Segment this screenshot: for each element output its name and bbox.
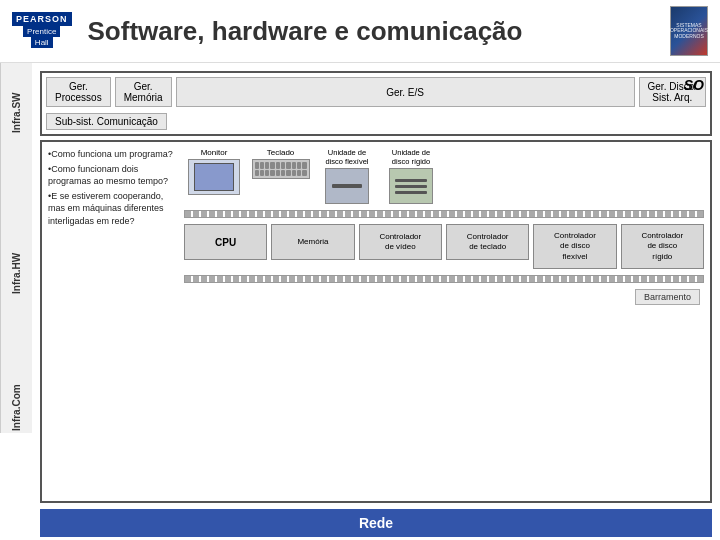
label-infrahw: Infra.HW	[0, 163, 32, 383]
ctrl-flex-component: Controladorde discoflexível	[533, 224, 616, 269]
bullet-3: •E se estiverem cooperando, mas em máqui…	[48, 190, 178, 228]
keyboard-img	[252, 159, 310, 179]
logo-prentice: Prentice	[23, 26, 60, 37]
label-infrasw: Infra.SW	[0, 63, 32, 163]
ger-memoria: Ger.Memória	[115, 77, 172, 107]
disco-rigido-icon	[389, 168, 433, 204]
bus-line-bottom	[184, 275, 704, 283]
book-cover: SISTEMASOPERACIONAISMODERNOS	[670, 6, 708, 56]
main-content: Infra.SW Infra.HW Infra.Com Ger.Processo…	[0, 63, 720, 540]
sub-sist: Sub-sist. Comunicação	[46, 111, 706, 130]
disk-slot	[332, 184, 362, 188]
logo-pearson: PEARSON	[12, 12, 72, 26]
disco-flexivel-icon	[325, 168, 369, 204]
hw-top-row: Monitor Teclado	[184, 148, 704, 204]
bullet-1: •Como funciona um programa?	[48, 148, 178, 161]
header: PEARSON Prentice Hall Software, hardware…	[0, 0, 720, 63]
hw-bottom-row: CPU Memória Controladorde vídeo Controla…	[184, 224, 704, 269]
ctrl-video-component: Controladorde vídeo	[359, 224, 442, 260]
logo: PEARSON Prentice Hall	[12, 12, 72, 50]
monitor-area: Monitor	[184, 148, 244, 204]
hw-diagram: Monitor Teclado	[184, 148, 704, 495]
ctrl-rigido-box: Controladorde discorígido	[621, 224, 704, 269]
ctrl-teclado-component: Controladorde teclado	[446, 224, 529, 260]
left-labels: Infra.SW Infra.HW Infra.Com	[0, 63, 32, 540]
so-label: SO	[684, 77, 704, 93]
content-area: Ger.Processos Ger.Memória Ger. E/S Ger. …	[32, 63, 720, 540]
page-title: Software, hardware e comunicação	[88, 16, 670, 47]
label-infracom: Infra.Com	[0, 383, 32, 433]
ger-processos: Ger.Processos	[46, 77, 111, 107]
monitor-screen	[194, 163, 234, 191]
teclado-area: Teclado	[248, 148, 313, 204]
cpu-box: CPU	[184, 224, 267, 260]
ctrl-rigido-component: Controladorde discorígido	[621, 224, 704, 269]
hw-box: •Como funciona um programa? •Como funcio…	[40, 140, 712, 503]
memoria-component: Memória	[271, 224, 354, 260]
monitor-label: Monitor	[201, 148, 228, 157]
memoria-box: Memória	[271, 224, 354, 260]
ctrl-teclado-box: Controladorde teclado	[446, 224, 529, 260]
barramento-label: Barramento	[635, 289, 700, 305]
logo-hall: Hall	[31, 37, 53, 48]
ger-es: Ger. E/S	[176, 77, 635, 107]
ctrl-flex-box: Controladorde discoflexível	[533, 224, 616, 269]
disco-rigido-area: Unidade dedisco rígido	[381, 148, 441, 204]
bullet-text: •Como funciona um programa? •Como funcio…	[48, 148, 178, 495]
rede-bar: Rede	[40, 509, 712, 537]
cpu-component: CPU	[184, 224, 267, 260]
so-box: Ger.Processos Ger.Memória Ger. E/S Ger. …	[40, 71, 712, 136]
monitor-img	[188, 159, 240, 195]
bus-line-top	[184, 210, 704, 218]
so-header: Ger.Processos Ger.Memória Ger. E/S Ger. …	[46, 77, 706, 107]
disco-rigido-label: Unidade dedisco rígido	[392, 148, 430, 166]
barramento-row: Barramento	[184, 289, 704, 305]
bullet-2: •Como funcionam dois programas ao mesmo …	[48, 163, 178, 188]
ctrl-video-box: Controladorde vídeo	[359, 224, 442, 260]
teclado-label: Teclado	[267, 148, 295, 157]
disco-flexivel-area: Unidade dedisco flexível	[317, 148, 377, 204]
disco-flexivel-label: Unidade dedisco flexível	[326, 148, 369, 166]
